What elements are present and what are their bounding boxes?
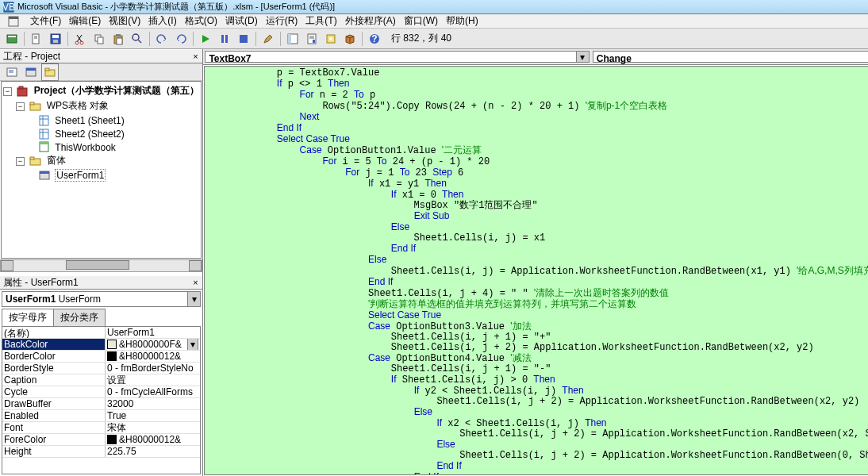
prop-value[interactable]: 0 - fmBorderStyleNo xyxy=(106,363,200,374)
prop-row[interactable]: EnabledTrue xyxy=(2,410,200,422)
tree-userform1[interactable]: UserForm1 xyxy=(3,168,199,182)
view-code-icon[interactable] xyxy=(3,63,21,81)
menu-debug[interactable]: 调试(D) xyxy=(225,14,258,28)
design-mode-icon[interactable] xyxy=(259,30,277,48)
tree-project-root[interactable]: − Project（小学数学计算测试题（第五） xyxy=(3,83,199,98)
code-line[interactable]: MsgBox "数字1范围不合理" xyxy=(208,201,868,211)
code-line[interactable]: If p <> 1 Then xyxy=(208,79,868,90)
prop-value[interactable]: &H8000000F&▾ xyxy=(106,339,200,350)
code-line[interactable]: Sheet1.Cells(i, j + 2) = Application.Wor… xyxy=(208,397,868,407)
project-hscroll[interactable] xyxy=(0,259,202,272)
code-line[interactable]: Else xyxy=(208,407,868,418)
collapse-icon[interactable]: − xyxy=(16,102,25,111)
code-line[interactable]: Sheet1.Cells(i, j + 2) = Application.Wor… xyxy=(208,451,868,461)
prop-row[interactable]: BorderStyle0 - fmBorderStyleNo xyxy=(2,363,200,374)
prop-row[interactable]: DrawBuffer32000 xyxy=(2,398,200,410)
code-line[interactable]: '判断运算符单选框的值并填充到运算符列，并填写第二个运算数 xyxy=(208,299,868,310)
prop-value[interactable]: 32000 xyxy=(106,398,200,409)
prop-value[interactable]: 设置 xyxy=(106,374,200,386)
toggle-folders-icon[interactable] xyxy=(41,63,59,81)
procedure-combo[interactable]: Change ▾ xyxy=(593,51,868,63)
tree-thisworkbook[interactable]: ThisWorkbook xyxy=(3,140,199,154)
close-icon[interactable]: × xyxy=(190,277,201,288)
object-combo[interactable]: TextBox7 ▾ xyxy=(205,51,589,63)
prop-value[interactable]: 225.75 xyxy=(106,446,200,457)
prop-row[interactable]: Height225.75 xyxy=(2,446,200,458)
project-explorer-icon[interactable] xyxy=(284,30,301,48)
toolbox-icon[interactable] xyxy=(341,30,359,48)
menu-help[interactable]: 帮助(H) xyxy=(446,14,478,28)
code-line[interactable]: Case OptionButton1.Value '二元运算 xyxy=(208,145,868,156)
save-icon[interactable] xyxy=(47,30,64,48)
prop-value[interactable]: True xyxy=(106,410,200,421)
code-line[interactable]: Rows("5:24").Copy Rows(24 + (n - 2) * 20… xyxy=(208,101,868,112)
prop-value[interactable]: &H80000012& xyxy=(106,434,200,445)
menu-run[interactable]: 运行(R) xyxy=(266,14,298,28)
code-line[interactable]: Case OptionButton3.Value '加法 xyxy=(208,321,868,332)
run-icon[interactable] xyxy=(197,30,214,48)
code-line[interactable]: Select Case True xyxy=(208,310,868,321)
code-line[interactable]: If x1 = 0 Then xyxy=(208,190,868,201)
code-line[interactable]: Else xyxy=(208,255,868,266)
code-editor[interactable]: p = TextBox7.Value If p <> 1 Then For n … xyxy=(204,66,868,475)
scroll-right-icon[interactable] xyxy=(189,260,202,271)
code-line[interactable]: End If xyxy=(208,472,868,475)
view-wps-icon[interactable] xyxy=(3,30,21,48)
code-line[interactable]: Next xyxy=(208,112,868,123)
properties-object-combo[interactable]: UserForm1 UserForm ▾ xyxy=(2,291,201,307)
code-line[interactable]: End If xyxy=(208,123,868,134)
collapse-icon[interactable]: − xyxy=(16,157,25,166)
help-icon[interactable]: ? xyxy=(366,30,383,48)
code-line[interactable]: If x1 = y1 Then xyxy=(208,178,868,190)
menu-tools[interactable]: 工具(T) xyxy=(305,14,336,28)
close-icon[interactable]: × xyxy=(190,51,201,62)
tree-sheet1[interactable]: Sheet1 (Sheet1) xyxy=(3,113,199,127)
code-line[interactable]: Sheet1.Cells(i, j + 2) = Application.Wor… xyxy=(208,343,868,353)
prop-value[interactable]: 0 - fmCycleAllForms xyxy=(106,386,200,397)
tree-folder-forms[interactable]: − 窗体 xyxy=(3,153,199,168)
code-line[interactable]: Sheet1.Cells(i, j) = x1 xyxy=(208,233,868,244)
chevron-down-icon[interactable]: ▾ xyxy=(187,292,200,306)
code-line[interactable]: If y2 < Sheet1.Cells(i, j) Then xyxy=(208,386,868,397)
project-tree[interactable]: − Project（小学数学计算测试题（第五） − WPS表格 对象 Sheet… xyxy=(1,81,202,259)
prop-row[interactable]: BorderColor&H80000012& xyxy=(2,351,200,363)
code-line[interactable]: For j = 1 To 23 Step 6 xyxy=(208,167,868,178)
code-line[interactable]: Sheet1.Cells(i, j + 2) = Application.Wor… xyxy=(208,429,868,440)
copy-icon[interactable] xyxy=(90,30,108,48)
code-line[interactable]: Else xyxy=(208,440,868,451)
view-object-icon[interactable] xyxy=(22,63,40,81)
prop-value[interactable]: UserForm1 xyxy=(106,327,200,338)
tab-categorized[interactable]: 按分类序 xyxy=(53,309,106,326)
code-line[interactable]: End If xyxy=(208,244,868,255)
tab-alphabetic[interactable]: 按字母序 xyxy=(2,309,54,326)
chevron-down-icon[interactable]: ▾ xyxy=(187,339,198,350)
code-line[interactable]: Exit Sub xyxy=(208,211,868,222)
prop-row[interactable]: Font宋体 xyxy=(2,422,200,434)
scroll-left-icon[interactable] xyxy=(1,260,13,271)
menu-window[interactable]: 窗口(W) xyxy=(404,14,438,28)
code-line[interactable]: Else xyxy=(208,222,868,233)
properties-icon[interactable] xyxy=(303,30,321,48)
object-browser-icon[interactable] xyxy=(322,30,340,48)
cut-icon[interactable] xyxy=(71,30,89,48)
window-icon[interactable] xyxy=(8,16,19,27)
menu-file[interactable]: 文件(F) xyxy=(30,14,61,28)
prop-value[interactable]: 宋体 xyxy=(106,422,200,433)
properties-grid[interactable]: (名称)UserForm1BackColor&H8000000F&▾Border… xyxy=(2,326,201,474)
paste-icon[interactable] xyxy=(109,30,127,48)
pause-icon[interactable] xyxy=(216,30,233,48)
prop-row[interactable]: BackColor&H8000000F&▾ xyxy=(2,339,200,351)
find-icon[interactable] xyxy=(129,30,146,48)
menu-insert[interactable]: 插入(I) xyxy=(148,14,176,28)
redo-icon[interactable] xyxy=(172,30,190,48)
insert-module-icon[interactable] xyxy=(28,30,45,48)
stop-icon[interactable] xyxy=(235,30,252,48)
prop-row[interactable]: Cycle0 - fmCycleAllForms xyxy=(2,386,200,398)
collapse-icon[interactable]: − xyxy=(3,87,12,96)
prop-row[interactable]: ForeColor&H80000012& xyxy=(2,434,200,446)
menu-edit[interactable]: 编辑(E) xyxy=(69,14,101,28)
menu-addins[interactable]: 外接程序(A) xyxy=(345,14,396,28)
code-line[interactable]: If Sheet1.Cells(i, j) > 0 Then xyxy=(208,374,868,386)
code-line[interactable]: For n = 2 To p xyxy=(208,90,868,101)
menu-format[interactable]: 格式(O) xyxy=(185,14,217,28)
